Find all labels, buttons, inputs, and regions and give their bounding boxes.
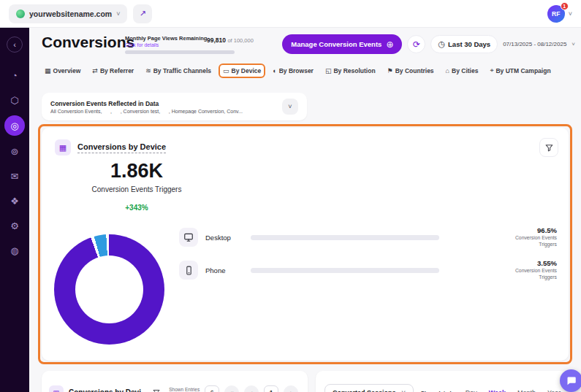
tab-by-referrer[interactable]: ⇄ By Referrer bbox=[88, 64, 138, 78]
chat-bubble-icon bbox=[566, 375, 577, 386]
period-label: Last 30 Days bbox=[448, 40, 490, 48]
tab-by-resolution[interactable]: ◱ By Resolution bbox=[321, 64, 380, 78]
tab-by-traffic-channels[interactable]: ≋ By Traffic Channels bbox=[141, 64, 216, 78]
sidebar-item-goals[interactable]: ⊚ bbox=[5, 142, 24, 161]
granularity-day[interactable]: Day bbox=[466, 389, 477, 392]
show-data-by-label: Show data by: bbox=[421, 390, 458, 392]
open-site-button[interactable]: ↗ bbox=[133, 4, 152, 23]
sidebar: ‹ ◔ ⬡ ◎ ⊚ ✉ ❖ ⚙ ◍ bbox=[0, 28, 29, 392]
granularity-year[interactable]: Year bbox=[547, 389, 561, 392]
manage-conversion-events-button[interactable]: Manage Conversion Events ⊕ bbox=[282, 34, 402, 54]
card-title[interactable]: Conversions by Device bbox=[77, 142, 166, 153]
granularity-selector: Day Week Month Year bbox=[466, 389, 561, 392]
refresh-button[interactable]: ⟳ bbox=[407, 35, 425, 53]
store-icon: ⬡ bbox=[10, 95, 18, 106]
app-window: yourwebsitename.com ˅ ↗ RF 1 ˅ ‹ ◔ ⬡ ◎ ⊚… bbox=[0, 0, 581, 392]
pagination-current-page[interactable]: 1 bbox=[264, 385, 278, 392]
sidebar-item-audience[interactable]: ◍ bbox=[5, 241, 24, 260]
refresh-icon: ⟳ bbox=[413, 39, 420, 50]
filter-button[interactable] bbox=[539, 138, 558, 157]
sidebar-item-messages[interactable]: ✉ bbox=[5, 166, 24, 185]
device-donut-chart bbox=[54, 234, 164, 345]
granularity-month[interactable]: Month bbox=[517, 389, 536, 392]
legend-bar-track bbox=[251, 235, 439, 240]
grid-icon: ▦ bbox=[49, 385, 64, 392]
tab-by-countries[interactable]: ⚑ By Countries bbox=[383, 64, 438, 78]
table-card-title[interactable]: Conversions by Devi... bbox=[69, 388, 147, 392]
grid-icon: ▦ bbox=[55, 139, 71, 155]
sidebar-item-dashboard[interactable]: ◔ bbox=[5, 66, 24, 85]
sidebar-collapse-button[interactable]: ‹ bbox=[7, 36, 23, 53]
messages-icon: ✉ bbox=[11, 171, 19, 182]
resolution-icon: ◱ bbox=[325, 67, 332, 74]
legend-bar-track bbox=[251, 268, 439, 273]
report-tabs: ▦ Overview ⇄ By Referrer ≋ By Traffic Ch… bbox=[40, 63, 555, 78]
funnel-icon bbox=[544, 143, 554, 153]
conversions-icon: ◎ bbox=[10, 120, 18, 131]
sessions-controls-card: Converted Sessions ˅ Show data by: Day W… bbox=[316, 371, 569, 392]
tab-by-utm-campaign[interactable]: ⌖ By UTM Campaign bbox=[485, 63, 555, 78]
date-range[interactable]: 07/13/2025 - 08/12/2025 bbox=[503, 41, 566, 47]
tab-by-device[interactable]: ▭ By Device bbox=[219, 64, 265, 78]
gear-icon: ⚙ bbox=[10, 220, 19, 231]
goals-icon: ⊚ bbox=[11, 146, 19, 157]
pagination-next-button[interactable]: › bbox=[284, 385, 298, 392]
conversions-table-card: ▦ Conversions by Devi... Shown Entries 1… bbox=[42, 371, 308, 392]
chevron-down-icon: ˅ bbox=[571, 41, 575, 47]
funnel-icon[interactable] bbox=[152, 388, 161, 392]
overview-icon: ▦ bbox=[45, 67, 51, 74]
clock-icon: ◷ bbox=[438, 39, 445, 49]
next-page-icon: › bbox=[290, 389, 292, 392]
countries-icon: ⚑ bbox=[387, 67, 393, 74]
page-title: Conversions bbox=[42, 34, 134, 51]
sidebar-item-settings[interactable]: ⚙ bbox=[5, 216, 24, 235]
pagination-first-button[interactable]: « bbox=[224, 385, 239, 392]
stat-block: 1.86K Conversion Events Triggers +343% bbox=[56, 160, 217, 212]
monthly-views-widget: Monthly Page Views Remaining 99,810 of 1… bbox=[125, 35, 235, 54]
sidebar-item-conversions[interactable]: ◎ bbox=[4, 115, 25, 136]
chat-widget-button[interactable] bbox=[560, 369, 581, 392]
account-menu[interactable]: RF 1 ˅ bbox=[547, 5, 572, 23]
legend-percent: 96.5% bbox=[515, 226, 557, 235]
conversions-by-device-card: ▦ Conversions by Device 1.86K Conversion… bbox=[42, 128, 569, 361]
legend-value-block: 3.55% Conversion Events Triggers bbox=[515, 259, 557, 281]
external-link-icon: ↗ bbox=[140, 9, 146, 18]
collapse-icon: ‹ bbox=[13, 40, 16, 49]
sidebar-item-security[interactable]: ❖ bbox=[5, 191, 24, 210]
legend-row-phone: Phone 3.55% Conversion Events Triggers bbox=[179, 257, 557, 283]
date-period-selector[interactable]: ◷ Last 30 Days bbox=[430, 35, 498, 53]
device-icon: ▭ bbox=[223, 67, 229, 74]
chevron-down-icon: ˅ bbox=[569, 10, 572, 18]
legend-row-desktop: Desktop 96.5% Conversion Events Triggers bbox=[179, 224, 557, 250]
stat-label: Conversion Events Triggers bbox=[56, 185, 217, 193]
utm-campaign-icon: ⌖ bbox=[490, 66, 493, 74]
banner-expand-button[interactable]: ˅ bbox=[282, 99, 298, 115]
granularity-week[interactable]: Week bbox=[489, 389, 506, 392]
pagination-prev-button[interactable]: ‹ bbox=[244, 385, 259, 392]
tab-by-cities[interactable]: ⌂ By Cities bbox=[441, 64, 483, 78]
legend-value-block: 96.5% Conversion Events Triggers bbox=[515, 226, 557, 248]
converted-sessions-dropdown[interactable]: Converted Sessions ˅ bbox=[324, 384, 414, 392]
traffic-channels-icon: ≋ bbox=[145, 67, 151, 74]
banner-subtitle: All Conversion Events, , , Conversion te… bbox=[50, 109, 276, 114]
legend-label: Phone bbox=[205, 266, 251, 274]
shown-entries: Shown Entries 1-2/2 bbox=[169, 387, 200, 392]
referrer-icon: ⇄ bbox=[92, 67, 98, 74]
prev-page-icon: ‹ bbox=[251, 389, 253, 392]
conversion-events-banner: Conversion Events Reflected in Data All … bbox=[42, 93, 307, 120]
cities-icon: ⌂ bbox=[446, 67, 449, 74]
card-header: ▦ Conversions by Device bbox=[55, 139, 166, 155]
notification-badge: 1 bbox=[561, 2, 569, 10]
plus-circle-icon: ⊕ bbox=[386, 39, 393, 50]
sidebar-item-store[interactable]: ⬡ bbox=[5, 91, 24, 109]
chevron-down-icon: ˅ bbox=[116, 10, 120, 18]
stat-value: 1.86K bbox=[56, 160, 217, 182]
shield-icon: ❖ bbox=[10, 196, 19, 207]
tab-overview[interactable]: ▦ Overview bbox=[40, 64, 85, 78]
avatar: RF 1 bbox=[547, 5, 565, 23]
tab-by-browser[interactable]: ◐ By Browser bbox=[268, 64, 318, 78]
views-value: 99,810 of 100,000 bbox=[207, 36, 254, 44]
website-selector[interactable]: yourwebsitename.com ˅ bbox=[9, 4, 127, 23]
views-total: of 100,000 bbox=[227, 37, 253, 44]
page-size-selector[interactable]: 6 bbox=[205, 385, 219, 392]
